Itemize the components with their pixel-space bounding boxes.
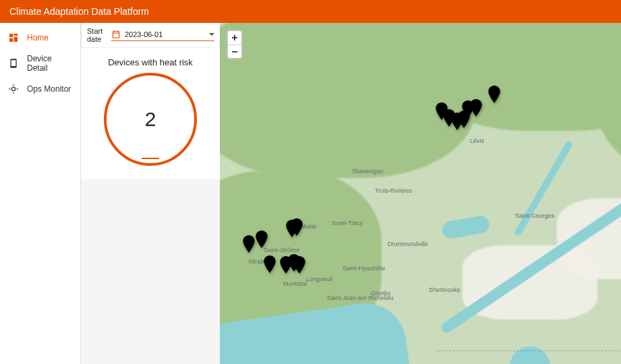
chevron-down-icon <box>209 33 214 36</box>
map-pin[interactable] <box>488 86 500 103</box>
sidebar-item-label: Home <box>27 33 49 42</box>
date-filter-label: Start date <box>87 27 107 43</box>
sidebar-item-device-detail[interactable]: Device Detail <box>0 49 80 78</box>
sidebar: Home Device Detail Ops Monitor <box>0 23 81 364</box>
gps-icon <box>8 84 19 94</box>
map-pin[interactable] <box>256 231 268 248</box>
map-pin[interactable] <box>243 235 255 253</box>
zoom-out-button[interactable]: − <box>228 44 241 58</box>
map-zoom-controls: + − <box>227 30 243 59</box>
calendar-icon <box>111 30 121 39</box>
map-pin[interactable] <box>470 99 482 117</box>
device-map[interactable]: + − MontréalLongueuilMirabelSaint-Jérôme… <box>220 23 621 364</box>
sidebar-item-ops-monitor[interactable]: Ops Monitor <box>0 78 80 100</box>
map-pin[interactable] <box>293 256 305 274</box>
sidebar-item-home[interactable]: Home <box>0 27 80 49</box>
dashboard-icon <box>8 32 19 43</box>
kpi-gauge: 2 <box>104 73 197 166</box>
date-picker[interactable]: 2023-06-01 <box>111 30 214 41</box>
filter-panel: Start date 2023-06-01 Devices with heat … <box>81 23 220 364</box>
app-header: Climate Adaptation Data Platform <box>0 0 621 23</box>
date-value: 2023-06-01 <box>125 30 205 38</box>
app-title: Climate Adaptation Data Platform <box>9 6 149 17</box>
date-filter-row: Start date 2023-06-01 <box>81 23 220 48</box>
map-background <box>220 23 621 364</box>
zoom-in-button[interactable]: + <box>228 31 241 44</box>
kpi-value: 2 <box>145 108 156 131</box>
kpi-card-heat-risk: Devices with heat risk 2 <box>81 48 220 179</box>
sidebar-item-label: Ops Monitor <box>27 84 71 94</box>
map-pin[interactable] <box>264 255 276 273</box>
map-pin[interactable] <box>291 218 303 236</box>
phone-icon <box>8 58 19 69</box>
sidebar-item-label: Device Detail <box>27 54 72 73</box>
kpi-title: Devices with heat risk <box>86 57 214 67</box>
